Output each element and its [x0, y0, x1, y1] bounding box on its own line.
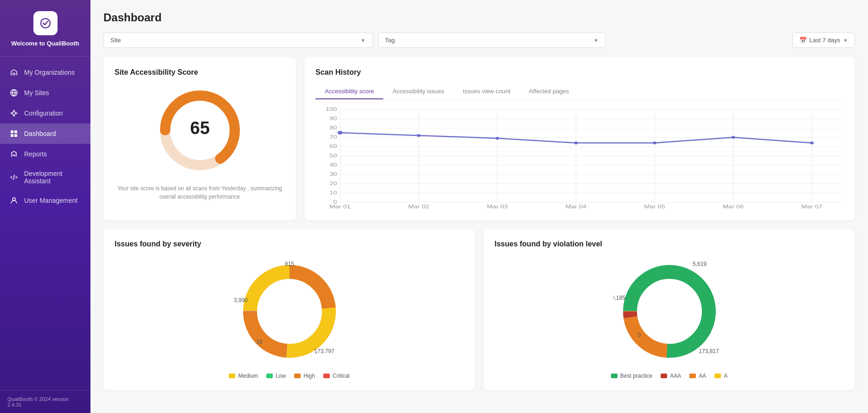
legend-low-label: Low	[276, 373, 286, 379]
bottom-cards-row: Issues found by severity	[103, 229, 855, 390]
legend-aa-dot	[689, 374, 696, 378]
svg-text:19: 19	[256, 339, 263, 345]
tag-filter[interactable]: Tag ▼	[378, 32, 605, 48]
legend-a-label: A	[724, 373, 727, 379]
sidebar-item-dashboard[interactable]: Dashboard	[0, 123, 90, 144]
score-description: Your site score is based on all scans fr…	[115, 184, 285, 201]
legend-medium-label: Medium	[238, 373, 258, 379]
severity-donut-area: 815 53,990 19 173,797	[115, 256, 464, 367]
legend-high-dot	[294, 374, 301, 378]
reports-icon	[9, 149, 19, 159]
main-content: Dashboard Site ▼ Tag ▼ 📅 Last 7 days ▼ S…	[90, 0, 868, 413]
svg-text:0: 0	[637, 332, 641, 338]
sidebar-item-user-management[interactable]: User Management	[0, 190, 90, 211]
sidebar: Welcome to QualiBooth My Organizations M…	[0, 0, 90, 413]
svg-text:173,817: 173,817	[699, 348, 719, 355]
legend-a: A	[714, 373, 727, 379]
svg-point-52	[653, 142, 656, 144]
svg-point-51	[574, 142, 578, 144]
tab-accessibility-score[interactable]: Accessibility score	[315, 84, 383, 99]
svg-rect-6	[11, 134, 13, 137]
legend-best-practice-label: Best practice	[620, 373, 652, 379]
legend-high-label: High	[303, 373, 315, 379]
violation-card: Issues found by violation level	[483, 229, 855, 390]
svg-text:100: 100	[326, 107, 337, 112]
legend-critical-dot	[323, 374, 330, 378]
svg-text:10: 10	[329, 190, 337, 196]
svg-text:90: 90	[329, 116, 337, 122]
svg-text:65: 65	[190, 118, 209, 138]
tab-affected-pages[interactable]: Affected pages	[520, 84, 579, 99]
site-filter[interactable]: Site ▼	[103, 32, 373, 48]
sidebar-item-my-sites-label: My Sites	[24, 89, 49, 97]
sidebar-welcome-text: Welcome to QualiBooth	[11, 40, 79, 47]
sidebar-item-configuration[interactable]: Configuration	[0, 103, 90, 123]
svg-point-1	[44, 21, 47, 25]
svg-text:Mar 04: Mar 04	[566, 204, 586, 209]
svg-text:815: 815	[284, 261, 294, 267]
user-icon	[9, 196, 19, 205]
sidebar-item-user-management-label: User Management	[24, 197, 77, 204]
severity-card: Issues found by severity	[103, 229, 475, 390]
sidebar-logo-area: Welcome to QualiBooth	[0, 0, 90, 57]
tab-issues-view-count[interactable]: Issues view count	[453, 84, 520, 99]
date-chevron-icon: ▼	[843, 38, 848, 43]
sidebar-item-dev-assistant-label: Development Assistant	[24, 170, 81, 185]
violation-donut-svg: 5,619 49,185 0 173,817	[614, 256, 725, 367]
svg-text:20: 20	[329, 181, 337, 187]
sidebar-item-dev-assistant[interactable]: Development Assistant	[0, 164, 90, 190]
svg-point-54	[810, 142, 814, 144]
svg-text:60: 60	[329, 143, 337, 149]
svg-rect-4	[11, 130, 13, 133]
dev-icon	[9, 173, 19, 182]
svg-text:50: 50	[329, 153, 337, 159]
svg-text:173,797: 173,797	[314, 348, 334, 355]
svg-point-8	[13, 198, 15, 200]
svg-text:30: 30	[329, 171, 337, 177]
violation-card-title: Issues found by violation level	[495, 240, 844, 248]
site-filter-label: Site	[110, 37, 121, 44]
sidebar-item-my-sites[interactable]: My Sites	[0, 83, 90, 103]
sidebar-item-my-organizations[interactable]: My Organizations	[0, 62, 90, 83]
severity-card-title: Issues found by severity	[115, 240, 464, 248]
legend-best-practice-dot	[611, 374, 617, 378]
score-card: Site Accessibility Score 65 Your site sc…	[103, 57, 296, 220]
legend-low-dot	[266, 374, 273, 378]
scan-history-card: Scan History Accessibility score Accessi…	[304, 57, 855, 220]
severity-legend: Medium Low High Critical	[115, 373, 464, 379]
score-card-title: Site Accessibility Score	[115, 68, 285, 77]
svg-text:Mar 03: Mar 03	[487, 204, 508, 209]
sidebar-item-dashboard-label: Dashboard	[24, 130, 56, 137]
svg-text:70: 70	[329, 134, 337, 140]
svg-point-49	[417, 134, 421, 137]
config-icon	[9, 109, 19, 118]
legend-low: Low	[266, 373, 286, 379]
score-donut-container: 65	[115, 84, 285, 177]
legend-aa-label: AA	[699, 373, 706, 379]
org-icon	[9, 68, 19, 77]
violation-donut-area: 5,619 49,185 0 173,817	[495, 256, 844, 367]
legend-medium: Medium	[229, 373, 258, 379]
line-chart-svg: 100 90 80 70 60 50 40 30 20 10 0	[315, 107, 844, 209]
scan-tabs: Accessibility score Accessibility issues…	[315, 84, 844, 100]
site-chevron-icon: ▼	[360, 38, 366, 43]
svg-point-50	[495, 137, 499, 140]
severity-donut-svg: 815 53,990 19 173,797	[234, 256, 345, 367]
date-filter[interactable]: 📅 Last 7 days ▼	[792, 32, 855, 48]
sidebar-footer: QualiBooth © 2024 version: 2.4.31	[0, 390, 90, 413]
svg-text:80: 80	[329, 125, 337, 131]
legend-aaa: AAA	[661, 373, 681, 379]
line-chart-area: 100 90 80 70 60 50 40 30 20 10 0	[315, 107, 844, 209]
sidebar-nav: My Organizations My Sites Configuration …	[0, 57, 90, 390]
tab-accessibility-issues[interactable]: Accessibility issues	[383, 84, 453, 99]
legend-aaa-label: AAA	[670, 373, 681, 379]
svg-text:Mar 07: Mar 07	[801, 204, 822, 209]
sidebar-item-reports[interactable]: Reports	[0, 144, 90, 164]
dashboard-icon	[9, 129, 19, 138]
score-donut-chart: 65	[154, 84, 246, 177]
legend-high: High	[294, 373, 315, 379]
svg-text:Mar 01: Mar 01	[329, 204, 350, 209]
date-filter-label: Last 7 days	[810, 37, 841, 44]
top-cards-row: Site Accessibility Score 65 Your site sc…	[103, 57, 855, 220]
svg-rect-7	[14, 134, 17, 137]
